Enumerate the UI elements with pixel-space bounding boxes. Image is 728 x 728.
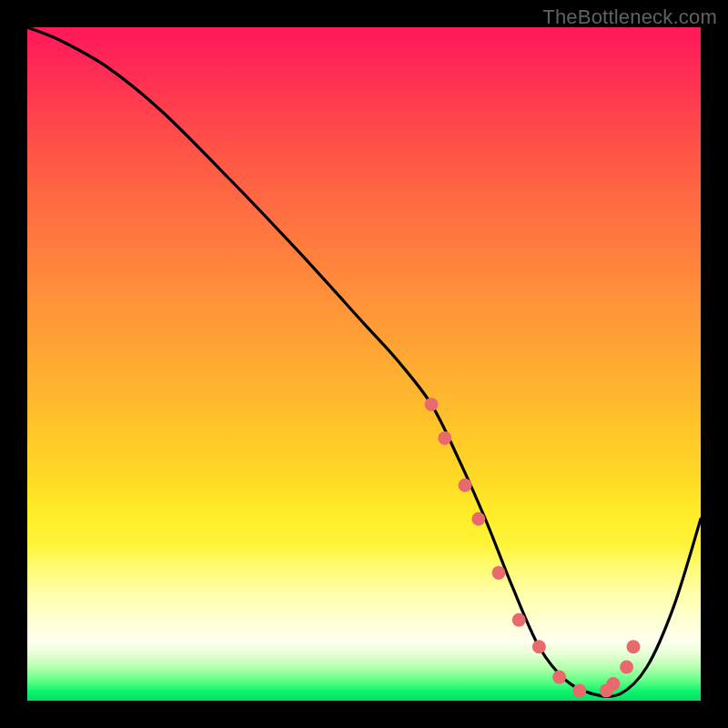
plot-area (27, 27, 701, 701)
marker-dot (532, 640, 546, 653)
marker-dot (512, 613, 526, 627)
chart-container: TheBottleneck.com (0, 0, 728, 728)
marker-dot (627, 640, 641, 653)
marker-dot (425, 398, 439, 411)
marker-dot (552, 671, 566, 684)
marker-dot (606, 677, 620, 691)
bottleneck-curve (27, 27, 701, 696)
marker-dot (492, 566, 506, 580)
attribution-label: TheBottleneck.com (542, 5, 717, 29)
marker-dot (471, 512, 485, 526)
marker-dot (572, 683, 586, 697)
marker-dot (620, 661, 633, 674)
curve-layer (27, 27, 701, 701)
marker-dot (438, 431, 451, 445)
marker-dot (459, 479, 472, 492)
marker-dots (425, 398, 641, 698)
